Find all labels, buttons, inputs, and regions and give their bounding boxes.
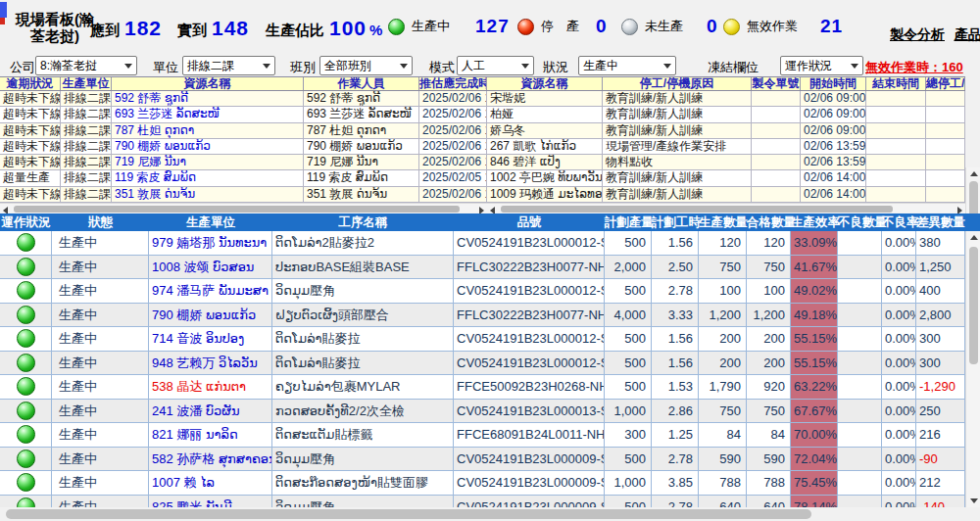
table-row[interactable]: 超時未下線排線二課719 尼娜 ນີນາ719 尼娜 ນີນາ2025/02/0…	[0, 155, 487, 170]
invalid-work-hours-note[interactable]: 無效作業時：160	[865, 59, 980, 76]
filter-shift-select[interactable]: 全部班別	[319, 56, 413, 75]
column-header[interactable]: 不良數量	[838, 214, 882, 231]
unit-cell[interactable]: 974 潘马萨 ພັນມະສາ	[149, 279, 272, 303]
resource-name-cell[interactable]: 693 兰莎迷 ລັດສະໜີ	[112, 107, 304, 122]
column-header[interactable]: 合格數量	[747, 214, 791, 231]
unit-cell[interactable]: 790 棚娇 ພອນແກ້ວ	[149, 304, 272, 327]
filter-unit-label: 單位	[153, 59, 178, 76]
column-header[interactable]: 總停工/停	[926, 77, 965, 90]
unit-cell[interactable]: 582 孙萨格 ສຸກສາຄອນ	[149, 448, 272, 471]
unit-cell[interactable]: 979 婻塔那 ນັນທະນາ	[149, 231, 272, 255]
qualified-qty-cell: 100	[747, 279, 791, 303]
scroll-up-icon[interactable]	[970, 171, 978, 176]
scrollbar-thumb[interactable]	[969, 247, 978, 364]
stat-value: 182	[124, 17, 162, 40]
unit-cell[interactable]: 1007 赖 ໄລ	[149, 471, 272, 495]
scrollbar-thumb[interactable]	[501, 206, 893, 213]
column-header[interactable]: 結束時間	[866, 77, 926, 90]
table-row[interactable]: 生產中241 波潘 ບົວຜັນກວດສອບຄັ້ງທີ2/2次全檢CV0524…	[0, 400, 965, 424]
column-header[interactable]: 推估應完成時	[419, 77, 487, 90]
scrollbar-thumb[interactable]	[14, 206, 460, 213]
column-header[interactable]: 停工/停機原因	[603, 77, 752, 90]
scroll-down-icon[interactable]	[970, 498, 978, 503]
stoppage-table-header: 資源名稱停工/停機原因製令單號開始時間結束時間總停工/停	[487, 76, 965, 91]
table-row[interactable]: 1009 玛赖通 ມະໄລທອງ教育訓練/新人訓練02/06 14:00	[487, 187, 965, 203]
column-header[interactable]: 狀態	[52, 214, 149, 231]
table-row[interactable]: 柏娅教育訓練/新人訓練02/06 09:00	[487, 107, 965, 122]
column-header[interactable]: 逾期狀況	[0, 77, 61, 90]
table-row[interactable]: 超量生產排線二課119 索皮 ສົມພິດ119 索皮 ສົມພິດ2025/0…	[0, 170, 487, 186]
resource-name-cell[interactable]: 119 索皮 ສົມພິດ	[112, 170, 304, 186]
table-row[interactable]: 生產中821 娜丽 ນາລິດຕິດສະແຕັມ貼標籤FFCE68091B24L…	[0, 423, 965, 448]
planned-hours-cell: 3.85	[652, 471, 699, 495]
work-order-cell	[752, 123, 801, 139]
column-header[interactable]: 作業人員	[304, 77, 419, 90]
defect-rate-cell: 0.00%	[882, 231, 916, 255]
table-row[interactable]: 846 碧洋 ແປ້ງ物料點收02/06 13:59	[487, 155, 965, 170]
column-header[interactable]: 資源名稱	[112, 77, 304, 90]
table-row[interactable]: 超時未下線排線二課790 棚娇 ພອນແກ້ວ790 棚娇 ພອນແກ້ວ202…	[0, 139, 487, 155]
link-product-analysis[interactable]: 產品分析	[954, 26, 980, 42]
table-row[interactable]: 娇乌冬教育訓練/新人訓練02/06 09:00	[487, 123, 965, 139]
column-header[interactable]: 計劃產量	[605, 214, 652, 231]
unit-cell[interactable]: 1008 波颂 ບົວສອນ	[149, 256, 272, 279]
filter-mode-select[interactable]: 人工	[457, 56, 534, 75]
table-row[interactable]: 生產中790 棚娇 ພອນແກ້ວຝຽບຕົວເຜິ້ງ頭部壓合FFLC3022…	[0, 304, 965, 328]
table-row[interactable]: 生產中979 婻塔那 ນັນທະນາຕິດໂມລ່າ2貼麥拉2CV0524191…	[0, 231, 965, 256]
table-row[interactable]: 超時未下線排線二課787 杜妲 ດຸກດາ787 杜妲 ດຸກດາ2025/02…	[0, 123, 487, 139]
planned-qty-cell: 500	[605, 352, 652, 375]
column-header[interactable]: 品號	[454, 214, 605, 231]
unit-cell[interactable]: 538 晶达 ແກ່ນຕາ	[149, 375, 272, 399]
production-horizontal-scrollbar[interactable]	[0, 507, 965, 521]
link-work-order-analysis[interactable]: 製令分析	[890, 26, 945, 42]
planned-qty-cell: 500	[605, 375, 652, 399]
filter-company-select[interactable]: 8:瀚荃老挝	[35, 56, 137, 75]
table-row[interactable]: 超時未下線排線二課351 敦展 ດ່ນຈ້ນ351 敦展 ດ່ນຈ້ນ2025/…	[0, 187, 487, 203]
column-header[interactable]: 資源名稱	[487, 77, 603, 90]
defect-rate-cell: 0.00%	[882, 423, 916, 447]
overdue-table-header: 逾期狀況生產單位資源名稱作業人員推估應完成時	[0, 76, 487, 91]
column-header[interactable]: 工序名稱	[272, 214, 454, 231]
column-header[interactable]: 運作狀況	[0, 214, 52, 231]
resource-name-cell[interactable]: 592 舒蒂 ຊູກດີ	[112, 91, 304, 107]
unit-cell[interactable]: 948 艺赖万 ວິໄລວັນ	[149, 352, 272, 375]
resource-name-cell[interactable]: 351 敦展 ດ່ນຈ້ນ	[112, 187, 304, 203]
column-header[interactable]: 生產單位	[149, 214, 272, 231]
table-row[interactable]: 生產中714 音波 ອິນປອງຕິດໂມລ່າ貼麥拉CV0524191B23L…	[0, 327, 965, 352]
qualified-qty-cell: 1,200	[747, 304, 791, 327]
production-vertical-scrollbar[interactable]	[965, 231, 980, 507]
table-row[interactable]: 生產中1007 赖 ໄລຕິດສະກ໊ອດສອງໜ້າ貼雙面膠CV0524191…	[0, 471, 965, 496]
unit-cell[interactable]: 714 音波 ອິນປອງ	[149, 327, 272, 351]
table-row[interactable]: 1002 亭巴婉 ທິບພາວັນ教育訓練/新人訓練02/06 14:00	[487, 170, 965, 186]
table-row[interactable]: 生產中948 艺赖万 ວິໄລວັນຕິດໂມລ່າ貼麥拉CV0524191B2…	[0, 352, 965, 376]
table-row[interactable]: 超時未下線排線二課693 兰莎迷 ລັດສະໜີ693 兰莎迷 ລັດສະໜີ2…	[0, 107, 487, 122]
produced-qty-cell: 120	[699, 231, 747, 255]
scrollbar-thumb[interactable]	[6, 509, 811, 519]
table-row[interactable]: 超時未下線排線二課592 舒蒂 ຊູກດີ592 舒蒂 ຊູກດີ2025/02…	[0, 91, 487, 107]
status-cell: 生產中	[52, 448, 149, 471]
filter-freeze-column-select[interactable]: 運作狀況	[780, 56, 863, 75]
column-header[interactable]: 開始時間	[801, 77, 866, 90]
unit-cell[interactable]: 821 娜丽 ນາລິດ	[149, 423, 272, 447]
column-header[interactable]: 生產數量	[699, 214, 747, 231]
resource-name-cell[interactable]: 787 杜妲 ດຸກດາ	[112, 123, 304, 139]
resource-name-cell[interactable]: 790 棚娇 ພອນແກ້ວ	[112, 139, 304, 155]
table-row[interactable]: 生產中582 孙萨格 ສຸກສາຄອນວິດມຸມ壓角CV0524191B23L…	[0, 448, 965, 472]
table-row[interactable]: 生產中1008 波颂 ບົວສອນປະກອບBASE組裝BASEFFLC3022…	[0, 256, 965, 280]
table-row[interactable]: 生產中974 潘马萨 ພັນມະສາວິດມຸມ壓角CV0524191B23L0…	[0, 279, 965, 304]
column-header[interactable]: 不良率	[882, 214, 916, 231]
column-header[interactable]: 差異數量	[916, 214, 965, 231]
table-row[interactable]: 宋堦妮教育訓練/新人訓練02/06 09:00	[487, 91, 965, 107]
planned-qty-cell: 1,000	[605, 471, 652, 495]
filter-status-select[interactable]: 生產中	[578, 56, 676, 75]
column-header[interactable]: 計劃工時	[652, 214, 699, 231]
scroll-up-icon[interactable]	[970, 235, 978, 240]
unit-cell[interactable]: 241 波潘 ບົວຜັນ	[149, 400, 272, 423]
column-header[interactable]: 製令單號	[752, 77, 801, 90]
table-row[interactable]: 267 凱歌 ໄກ່ແກ້ວ現場管理/產線作業安排02/06 13:59	[487, 139, 965, 155]
resource-name-cell[interactable]: 719 尼娜 ນີນາ	[112, 155, 304, 170]
column-header[interactable]: 生產單位	[61, 77, 112, 90]
column-header[interactable]: 生產效率	[791, 214, 838, 231]
filter-unit-select[interactable]: 排線二課	[182, 56, 275, 75]
table-row[interactable]: 生產中538 晶达 ແກ່ນຕາຄຽບໄມລ່າ包裹MYLARFFCE50092…	[0, 375, 965, 400]
